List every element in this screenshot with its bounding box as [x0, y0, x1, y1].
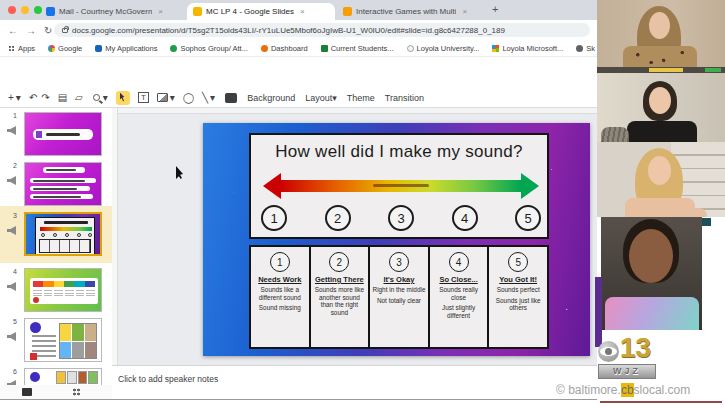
- window-minimize-button[interactable]: [21, 6, 29, 14]
- slide-canvas: How well did I make my sound? 1 2 3 4 5: [112, 108, 597, 365]
- rubric-number: 4: [449, 252, 469, 272]
- tab-close-icon[interactable]: ×: [462, 7, 467, 16]
- bookmark-apps[interactable]: Apps: [8, 44, 35, 53]
- new-slide-button[interactable]: +: [8, 92, 14, 103]
- line-tool[interactable]: ╲: [202, 92, 208, 103]
- shape-tool[interactable]: ◯: [183, 92, 194, 103]
- rubric-column-5: 5 You Got It! Sounds perfect Sounds just…: [489, 247, 547, 347]
- rubric-line: Sounds really close: [430, 286, 488, 301]
- slide-number: 2: [9, 162, 21, 169]
- station-number: 13: [620, 332, 651, 364]
- slide-thumbnail-1[interactable]: [24, 112, 102, 156]
- bookmark-loyola-microsoft[interactable]: Loyola Microsoft...: [492, 44, 563, 53]
- slides-toolbar: + ▾ ↶ ↷ ▤ ▱ ▾ T ▾ ◯ ╲ ▾ Background Layou…: [0, 88, 597, 108]
- forward-icon[interactable]: →: [26, 25, 36, 36]
- tab-close-icon[interactable]: ×: [158, 7, 163, 16]
- slide-thumbnail-4[interactable]: [24, 268, 102, 312]
- rubric-table[interactable]: 1 Needs Work Sounds like a different sou…: [249, 245, 549, 349]
- url-input[interactable]: docs.google.com/presentation/d/T5sg2T15o…: [54, 23, 590, 37]
- video-feed-4[interactable]: [601, 217, 702, 330]
- redo-button[interactable]: ↷: [41, 92, 49, 103]
- bookmark-dashboard[interactable]: Dashboard: [261, 44, 308, 53]
- filmstrip-view-icon[interactable]: [22, 388, 32, 396]
- participant-body: [605, 297, 699, 330]
- video-feed-1[interactable]: [597, 0, 725, 67]
- bookmark-current-students[interactable]: Current Students...: [321, 44, 394, 53]
- participant-face: [648, 156, 671, 185]
- paint-format-button[interactable]: ▱: [75, 92, 83, 103]
- participant-face: [649, 87, 671, 114]
- students-icon: [321, 45, 328, 52]
- new-slide-dropdown[interactable]: ▾: [16, 92, 21, 103]
- audio-icon[interactable]: [7, 176, 16, 185]
- slide-thumbnail-3-selected[interactable]: [24, 212, 102, 256]
- zoom-tool-icon[interactable]: [93, 94, 100, 101]
- audio-icon[interactable]: [7, 332, 16, 341]
- bookmark-sophos[interactable]: Sophos Group/ Att...: [170, 44, 248, 53]
- bookmark-my-applications[interactable]: My Applications: [95, 44, 157, 53]
- cbs-eye-icon: [598, 341, 619, 362]
- slide-number: 1: [9, 112, 21, 119]
- back-icon[interactable]: ←: [8, 25, 18, 36]
- zoom-dropdown[interactable]: ▾: [103, 92, 108, 103]
- apps-grid-icon: [8, 45, 15, 52]
- arrow-body: [281, 180, 521, 192]
- line-dropdown[interactable]: ▾: [210, 92, 215, 103]
- rubric-line: Right in the middle: [370, 286, 428, 294]
- print-button[interactable]: ▤: [58, 92, 67, 103]
- text-box-tool[interactable]: T: [138, 92, 149, 103]
- current-slide[interactable]: How well did I make my sound? 1 2 3 4 5: [203, 123, 590, 356]
- rubric-heading: Getting There: [311, 275, 369, 284]
- image-dropdown[interactable]: ▾: [170, 92, 175, 103]
- scale-numbers-row: 1 2 3 4 5: [261, 205, 541, 231]
- arrow-left-head: [263, 173, 281, 199]
- grid-view-icon[interactable]: [72, 388, 81, 396]
- tab-close-icon[interactable]: ×: [300, 7, 305, 16]
- speaker-notes[interactable]: Click to add speaker notes: [112, 365, 597, 389]
- filmstrip-scrollbar[interactable]: [112, 108, 118, 365]
- theme-button[interactable]: Theme: [347, 93, 375, 103]
- reload-icon[interactable]: ↻: [44, 25, 52, 36]
- insert-image-tool[interactable]: [157, 93, 168, 102]
- slide-thumbnail-5[interactable]: [24, 318, 102, 362]
- video-feed-3[interactable]: [597, 142, 725, 217]
- select-tool-active[interactable]: [116, 91, 130, 105]
- background-button[interactable]: Background: [247, 93, 295, 103]
- bookmark-google[interactable]: Google: [48, 44, 82, 53]
- layout-button[interactable]: Layout▾: [305, 93, 337, 103]
- rating-scale-panel[interactable]: How well did I make my sound? 1 2 3 4 5: [249, 133, 549, 239]
- slide-thumbnail-2[interactable]: [24, 162, 102, 206]
- view-switch-bar: [0, 385, 112, 399]
- games-icon: [343, 7, 352, 16]
- speaker-notes-placeholder: Click to add speaker notes: [118, 374, 218, 384]
- new-tab-button[interactable]: +: [492, 3, 498, 15]
- scale-circle-3: 3: [388, 205, 414, 231]
- audio-icon[interactable]: [7, 126, 16, 135]
- rubric-column-4: 4 So Close... Sounds really close Just s…: [430, 247, 490, 347]
- bookmark-loyola-university[interactable]: Loyola University...: [407, 44, 480, 53]
- globe-icon: [576, 45, 583, 52]
- video-ui-fragment: [702, 218, 711, 226]
- rubric-column-3: 3 It's Okay Right in the middle Not tota…: [370, 247, 430, 347]
- browser-window: Mail - Courtney McGovern × MC LP 4 - Goo…: [0, 0, 597, 400]
- video-feed-2[interactable]: [597, 73, 725, 142]
- slide-number: 6: [9, 368, 21, 375]
- rubric-heading: Needs Work: [251, 275, 309, 284]
- rubric-number: 2: [329, 252, 349, 272]
- tab-mail[interactable]: Mail - Courtney McGovern ×: [40, 3, 185, 20]
- window-close-button[interactable]: [8, 6, 16, 14]
- undo-button[interactable]: ↶: [29, 92, 37, 103]
- scale-circle-2: 2: [325, 205, 351, 231]
- rubric-heading: It's Okay: [370, 275, 428, 284]
- transition-button[interactable]: Transition: [385, 93, 424, 103]
- watermark-highlight: cb: [621, 383, 634, 397]
- watermark-underline: [600, 401, 722, 403]
- slide-thumbnail-6[interactable]: [24, 368, 102, 385]
- tab-slides[interactable]: MC LP 4 - Google Slides ×: [187, 3, 335, 20]
- audio-icon[interactable]: [7, 282, 16, 291]
- rubric-column-2: 2 Getting There Sounds more like another…: [311, 247, 371, 347]
- slide-number: 3: [9, 212, 21, 219]
- tab-games[interactable]: Interactive Games with Multi ×: [337, 3, 483, 20]
- insert-comment-icon[interactable]: [225, 93, 237, 103]
- app-icon: [95, 45, 102, 52]
